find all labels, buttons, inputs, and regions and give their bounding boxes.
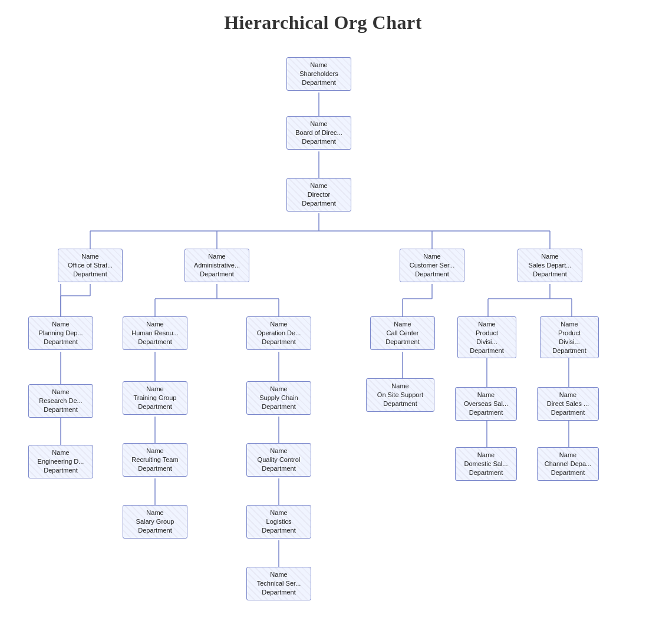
node-label: Name: [291, 181, 347, 190]
org-chart: Name Shareholders Department Name Board …: [11, 51, 635, 644]
node-research[interactable]: Name Research De... Department: [28, 384, 93, 418]
node-human-resources[interactable]: Name Human Resou... Department: [123, 316, 187, 350]
node-supply-chain[interactable]: Name Supply Chain Department: [246, 381, 311, 415]
node-domestic-sales[interactable]: Name Domestic Sal... Department: [455, 447, 517, 481]
node-sales[interactable]: Name Sales Depart... Department: [518, 249, 582, 282]
node-board[interactable]: Name Board of Direc... Department: [286, 116, 351, 150]
page-title: Hierarchical Org Chart: [6, 12, 640, 34]
node-recruiting[interactable]: Name Recruiting Team Department: [123, 443, 187, 477]
node-dept1: Shareholders: [291, 70, 347, 78]
node-call-center[interactable]: Name Call Center Department: [370, 316, 435, 350]
node-overseas-sales[interactable]: Name Overseas Sal... Department: [455, 387, 517, 421]
node-director[interactable]: Name Director Department: [286, 178, 351, 212]
node-planning[interactable]: Name Planning Dep... Department: [28, 316, 93, 350]
node-channel-dept[interactable]: Name Channel Depa... Department: [537, 447, 599, 481]
node-dept1: Director: [291, 190, 347, 199]
node-engineering[interactable]: Name Engineering D... Department: [28, 445, 93, 478]
node-on-site-support[interactable]: Name On Site Support Department: [366, 378, 434, 412]
node-dept2: Department: [291, 78, 347, 87]
node-salary-group[interactable]: Name Salary Group Department: [123, 505, 187, 539]
node-dept2: Department: [291, 137, 347, 146]
node-training[interactable]: Name Training Group Department: [123, 381, 187, 415]
node-label: Name: [291, 120, 347, 128]
node-dept1: Board of Direc...: [291, 128, 347, 137]
node-label: Name: [291, 61, 347, 70]
node-quality-control[interactable]: Name Quality Control Department: [246, 443, 311, 477]
node-customer-service[interactable]: Name Customer Ser... Department: [400, 249, 464, 282]
node-office-strat[interactable]: Name Office of Strat... Department: [58, 249, 123, 282]
node-dept2: Department: [291, 199, 347, 208]
node-operations[interactable]: Name Operation De... Department: [246, 316, 311, 350]
node-technical-services[interactable]: Name Technical Ser... Department: [246, 567, 311, 600]
node-shareholders[interactable]: Name Shareholders Department: [286, 57, 351, 91]
node-logistics[interactable]: Name Logistics Department: [246, 505, 311, 539]
node-product-div2[interactable]: Name Product Divisi... Department: [540, 316, 599, 358]
node-direct-sales[interactable]: Name Direct Sales ... Department: [537, 387, 599, 421]
node-administrative[interactable]: Name Administrative... Department: [184, 249, 249, 282]
node-product-div1[interactable]: Name Product Divisi... Department: [457, 316, 516, 358]
